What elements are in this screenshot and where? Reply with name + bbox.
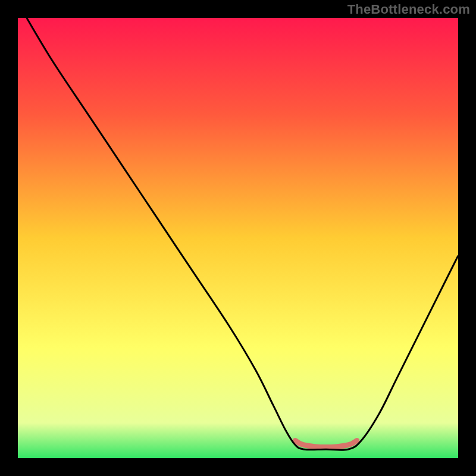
plot-background (18, 18, 458, 458)
chart-frame: TheBottleneck.com (0, 0, 476, 476)
watermark-text: TheBottleneck.com (347, 2, 470, 17)
bottleneck-chart (18, 18, 458, 458)
